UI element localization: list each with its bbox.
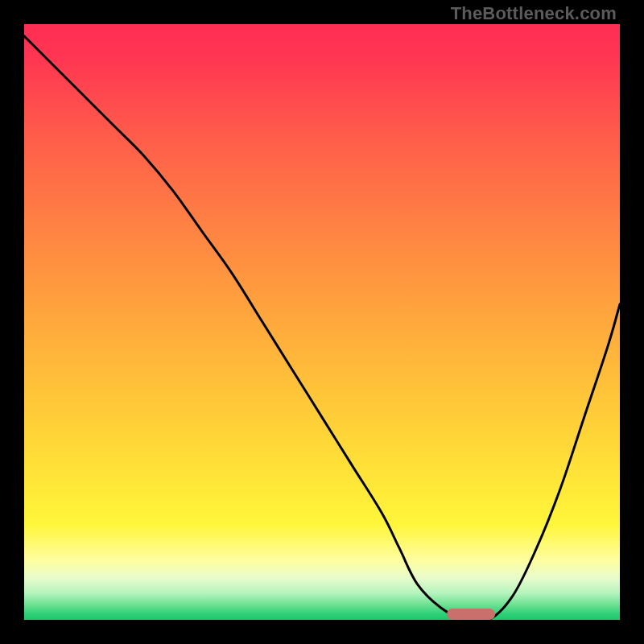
chart-frame: TheBottleneck.com	[0, 0, 644, 644]
frame-border-left	[0, 0, 24, 644]
watermark-text: TheBottleneck.com	[451, 3, 617, 24]
chart-svg	[24, 24, 620, 620]
frame-border-bottom	[0, 620, 644, 644]
optimal-marker	[447, 609, 494, 620]
gradient-background	[24, 24, 620, 620]
plot-area	[24, 24, 620, 620]
frame-border-right	[620, 0, 644, 644]
